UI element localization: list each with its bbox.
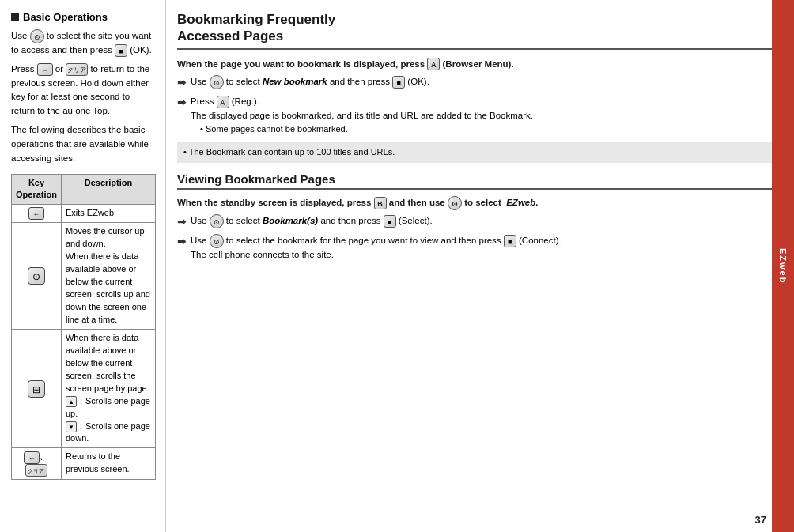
sidebar-label: EZweb [778, 248, 788, 284]
view-step1-text: Use ⊙ to select Bookmark(s) and then pre… [191, 214, 781, 228]
standby-icon: B [374, 197, 387, 209]
section2-heading: Viewing Bookmarked Pages [177, 172, 781, 190]
table-header-desc: Description [61, 174, 155, 205]
table-cell-key: ← [12, 205, 62, 223]
table-cell-desc: When there is data available above or be… [61, 329, 155, 447]
step1-text: Use ⊙ to select New bookmark and then pr… [191, 75, 781, 89]
operations-table: Key Operation Description ← Exits EZweb.… [11, 174, 156, 480]
step2: ➡ Press A (Reg.). The displayed page is … [177, 95, 781, 138]
scroll-updown-icon: ⊙ [28, 267, 45, 285]
table-row: ← Exits EZweb. [12, 205, 156, 223]
bookmark-note: The Bookmark can contain up to 100 title… [177, 142, 781, 163]
arrow-icon2: ➡ [177, 94, 187, 111]
nav-icon: ⊙ [30, 29, 44, 43]
table-cell-key: ←、クリア [12, 448, 62, 479]
viewbookmark-intro: When the standby screen is displayed, pr… [177, 196, 781, 210]
exit-key-icon: ← [28, 207, 44, 220]
table-cell-desc: Moves the cursor up and down. When there… [61, 223, 155, 330]
ok-icon: ■ [115, 44, 127, 57]
ok-icon-s1: ■ [392, 76, 405, 89]
left-panel: Basic Operations Use ⊙ to select the sit… [0, 0, 166, 532]
nav-icon-v3: ⊙ [210, 234, 224, 248]
bookmark-intro: When the page you want to bookmark is di… [177, 58, 781, 72]
arrow-icon-v2: ➡ [177, 233, 187, 250]
para2: Press ← or クリア to return to the previous… [11, 62, 156, 119]
table-cell-key: ⊙ [12, 223, 62, 330]
main-heading: Bookmarking Frequently Accessed Pages [177, 11, 781, 50]
arrow-icon: ➡ [177, 74, 187, 91]
prev-key-icon: ← [24, 451, 40, 464]
step2-text: Press A (Reg.). The displayed page is bo… [191, 95, 781, 138]
nav-icon-v2: ⊙ [210, 214, 224, 228]
para1: Use ⊙ to select the site you want to acc… [11, 29, 156, 58]
view-step2-text: Use ⊙ to select the bookmark for the pag… [191, 234, 781, 262]
table-header-key: Key Operation [12, 174, 62, 205]
table-cell-desc: Exits EZweb. [61, 205, 155, 223]
section-title: Basic Operations [11, 11, 156, 23]
view-step1: ➡ Use ⊙ to select Bookmark(s) and then p… [177, 214, 781, 230]
reg-icon: A [217, 96, 229, 108]
table-row: ⊟ When there is data available above or … [12, 329, 156, 447]
nav-icon-s1: ⊙ [210, 75, 224, 89]
section-icon [11, 13, 19, 21]
step2-note: Some pages cannot be bookmarked. [191, 123, 781, 136]
page-number: 37 [755, 514, 766, 526]
table-cell-key: ⊟ [12, 329, 62, 447]
heading-line1: Bookmarking Frequently [177, 12, 335, 27]
browser-menu-icon: A [427, 58, 440, 70]
table-cell-desc: Returns to the previous screen. [61, 448, 155, 479]
heading-line2: Accessed Pages [177, 28, 283, 43]
clear-key-icon: クリア [25, 464, 47, 477]
right-panel: Bookmarking Frequently Accessed Pages Wh… [166, 0, 794, 532]
section-title-text: Basic Operations [23, 11, 108, 23]
back-icon: ← [37, 63, 53, 76]
select-icon: ■ [384, 215, 396, 228]
table-row: ⊙ Moves the cursor up and down. When the… [12, 223, 156, 330]
clear-icon: クリア [66, 63, 88, 76]
connect-icon: ■ [504, 235, 516, 247]
table-row: ←、クリア Returns to the previous screen. [12, 448, 156, 479]
step1: ➡ Use ⊙ to select New bookmark and then … [177, 75, 781, 91]
arrow-icon-v1: ➡ [177, 213, 187, 230]
view-step2: ➡ Use ⊙ to select the bookmark for the p… [177, 234, 781, 262]
para3: The following describes the basic operat… [11, 123, 156, 165]
scroll-page-icon: ⊟ [28, 380, 45, 398]
nav-icon-v1: ⊙ [448, 196, 462, 210]
sidebar-accent: EZweb [772, 0, 794, 532]
